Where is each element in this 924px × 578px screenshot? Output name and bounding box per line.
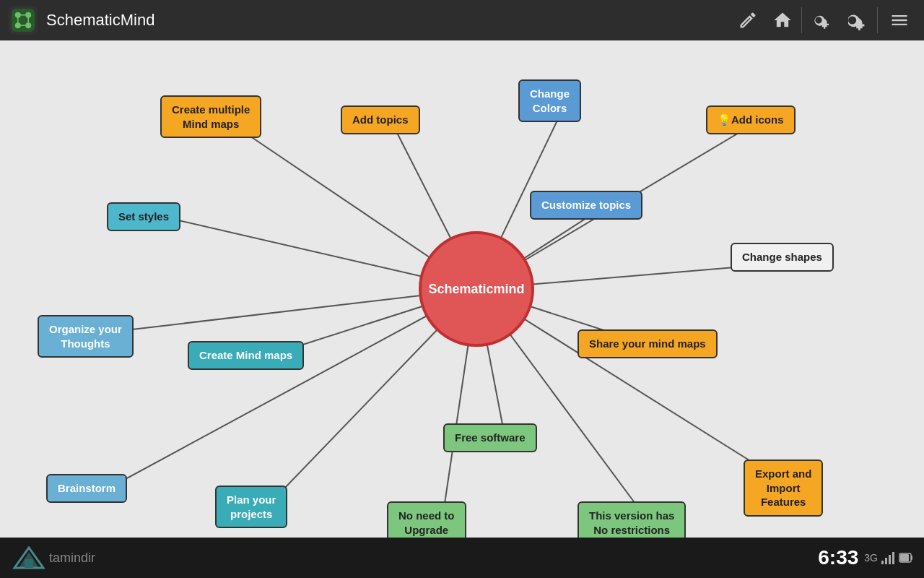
node-share-mind-maps[interactable]: Share your mind maps <box>578 329 718 358</box>
node-organize-thoughts[interactable]: Organize your Thoughts <box>38 315 134 358</box>
svg-rect-34 <box>911 556 912 560</box>
svg-rect-0 <box>12 9 35 32</box>
center-node[interactable]: Schematicmind <box>419 231 534 347</box>
tamindir-brand: tamindir <box>49 551 95 566</box>
node-free-software[interactable]: Free software <box>443 423 537 452</box>
svg-rect-31 <box>892 552 894 564</box>
key-small-button[interactable] <box>808 4 840 36</box>
mind-map-canvas[interactable]: Schematicmind Create multiple Mind mapsA… <box>0 40 924 538</box>
node-brainstorm[interactable]: Brainstorm <box>46 474 127 503</box>
node-change-shapes[interactable]: Change shapes <box>731 243 834 272</box>
node-no-need-upgrade[interactable]: No need to Upgrade <box>387 501 466 538</box>
key-large-button[interactable] <box>842 4 874 36</box>
home-button[interactable] <box>767 4 798 36</box>
app-title: SchematicMind <box>46 11 729 30</box>
node-change-colors[interactable]: Change Colors <box>518 79 581 122</box>
svg-rect-30 <box>889 555 891 564</box>
app-icon <box>9 6 38 35</box>
bottom-bar: tamindir 6:33 3G <box>0 538 924 578</box>
node-plan-projects[interactable]: Plan your projects <box>215 486 287 528</box>
svg-line-20 <box>97 289 476 494</box>
svg-rect-28 <box>881 561 884 564</box>
clock-display: 6:33 <box>818 546 858 569</box>
node-export-import[interactable]: Export and Import Features <box>744 460 823 517</box>
signal-icons: 3G <box>864 551 912 565</box>
svg-rect-29 <box>885 558 887 564</box>
node-add-icons[interactable]: 💡Add icons <box>706 105 796 134</box>
node-create-mind-maps[interactable]: Create Mind maps <box>188 341 304 370</box>
menu-button[interactable] <box>884 4 915 36</box>
node-create-multiple[interactable]: Create multiple Mind maps <box>160 95 261 138</box>
tamindir-logo: tamindir <box>12 545 95 571</box>
node-set-styles[interactable]: Set styles <box>107 202 180 231</box>
top-bar: SchematicMind <box>0 0 924 40</box>
signal-strength: 3G <box>864 552 878 564</box>
node-customize-topics[interactable]: Customize topics <box>530 191 642 220</box>
node-no-restrictions[interactable]: This version has No restrictions <box>578 501 686 538</box>
node-add-topics[interactable]: Add topics <box>341 105 420 134</box>
topbar-divider-2 <box>877 7 878 33</box>
svg-rect-33 <box>900 554 909 561</box>
pencil-button[interactable] <box>732 4 764 36</box>
topbar-divider-1 <box>801 7 802 33</box>
svg-rect-27 <box>25 559 33 568</box>
